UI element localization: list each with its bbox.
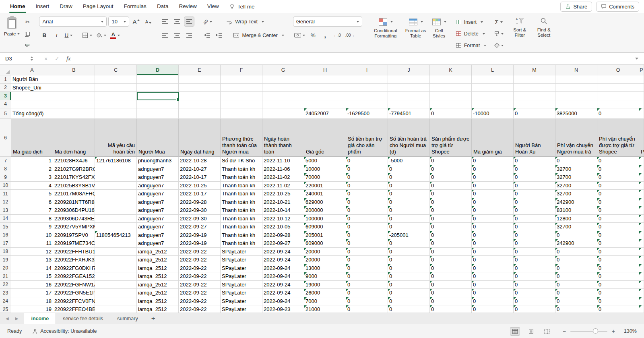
name-box-stepper[interactable]	[31, 56, 33, 61]
cell-H8[interactable]: 10000	[304, 165, 346, 174]
cell-O24[interactable]: 0	[597, 297, 639, 306]
cell-L16[interactable]: 0	[472, 231, 514, 240]
increase-font-size-button[interactable]: A	[131, 17, 141, 27]
cell-E2[interactable]	[179, 84, 221, 92]
zoom-out-button[interactable]: −	[563, 328, 566, 334]
insert-function-button[interactable]: fx	[66, 55, 70, 62]
cell-E18[interactable]: 2022-09-22	[179, 248, 221, 256]
cell-H24[interactable]: 7000	[304, 297, 346, 306]
cell-P20[interactable]	[639, 264, 644, 273]
cell-C12[interactable]	[95, 198, 137, 207]
row-header-4[interactable]: 4	[0, 100, 11, 109]
column-header-J[interactable]: J	[388, 65, 430, 75]
cell-L24[interactable]: 0	[472, 297, 514, 306]
cell-K17[interactable]: 0	[430, 239, 472, 248]
cell-I13[interactable]: 0	[346, 206, 388, 215]
sheet-tab-income[interactable]: income	[24, 313, 56, 324]
cell-G23[interactable]: 2022-09-24	[262, 289, 304, 297]
cell-O19[interactable]: 0	[597, 256, 639, 264]
cell-G2[interactable]	[262, 84, 304, 92]
orientation-button[interactable]: ab	[202, 17, 213, 27]
cell-styles-button[interactable]: Cell Styles	[429, 16, 449, 39]
cell-M16[interactable]: 0	[514, 231, 555, 240]
cell-K2[interactable]	[430, 84, 472, 92]
row-header-20[interactable]: 20	[0, 264, 11, 273]
cell-I14[interactable]: 0	[346, 215, 388, 223]
cell-M12[interactable]: 0	[514, 198, 555, 207]
cell-A25[interactable]: 19	[11, 305, 53, 313]
zoom-slider[interactable]	[570, 331, 607, 332]
cell-L23[interactable]: 0	[472, 289, 514, 297]
cell-D23[interactable]: iamqa_2512	[137, 289, 179, 297]
cell-A15[interactable]: 9	[11, 223, 53, 231]
cell-C20[interactable]	[95, 264, 137, 273]
cell-J10[interactable]: 0	[388, 182, 430, 190]
cell-G3[interactable]	[262, 92, 304, 100]
cell-K12[interactable]: 0	[430, 198, 472, 207]
cell-N1[interactable]	[555, 75, 597, 84]
cell-D11[interactable]: adnguyen7	[137, 190, 179, 198]
cell-J18[interactable]: 0	[388, 248, 430, 256]
cell-J2[interactable]	[388, 84, 430, 92]
cell-J25[interactable]: 0	[388, 305, 430, 313]
cell-C14[interactable]	[95, 215, 137, 223]
cell-I6[interactable]: Số tiền bạn trợ giá cho sản phẩm	[346, 119, 388, 157]
cell-D4[interactable]	[137, 100, 179, 109]
cell-F5[interactable]	[221, 108, 262, 119]
cell-K24[interactable]: 0	[430, 297, 472, 306]
cell-D24[interactable]: iamqa_2512	[137, 297, 179, 306]
cell-K3[interactable]	[430, 92, 472, 100]
cell-F13[interactable]: Thanh toán kh	[221, 206, 262, 215]
cell-I16[interactable]: 0	[346, 231, 388, 240]
cell-H18[interactable]: 20000	[304, 248, 346, 256]
cell-B17[interactable]: 2209197ME734CM	[53, 239, 95, 248]
cell-G24[interactable]: 2022-09-24	[262, 297, 304, 306]
cell-L11[interactable]: 0	[472, 190, 514, 198]
cell-D2[interactable]	[137, 84, 179, 92]
row-header-14[interactable]: 14	[0, 215, 11, 223]
cell-L5[interactable]: -10000	[472, 108, 514, 119]
zoom-in-button[interactable]: +	[612, 328, 615, 334]
cell-J5[interactable]: -7794501	[388, 108, 430, 119]
cell-I24[interactable]: 0	[346, 297, 388, 306]
align-center-button[interactable]	[172, 30, 182, 40]
cell-O18[interactable]: 0	[597, 248, 639, 256]
align-bottom-button[interactable]	[184, 17, 194, 27]
zoom-slider-thumb[interactable]	[593, 328, 598, 334]
cell-N7[interactable]: 0	[555, 157, 597, 165]
cell-F24[interactable]: SPayLater	[221, 297, 262, 306]
align-middle-button[interactable]	[172, 17, 182, 27]
cell-J12[interactable]: 0	[388, 198, 430, 207]
row-header-5[interactable]: 5	[0, 108, 11, 119]
cell-C17[interactable]	[95, 239, 137, 248]
cell-I21[interactable]: 0	[346, 272, 388, 281]
cell-P17[interactable]	[639, 239, 644, 248]
cell-O1[interactable]	[597, 75, 639, 84]
cell-E25[interactable]: 2022-09-22	[179, 305, 221, 313]
cell-B8[interactable]: 221027G9R2BRGM	[53, 165, 95, 174]
cell-C16[interactable]: 118054654213	[95, 231, 137, 240]
next-sheet-button[interactable]: ▶	[15, 316, 19, 321]
cell-K15[interactable]: 0	[430, 223, 472, 231]
cell-H23[interactable]: 26000	[304, 289, 346, 297]
cell-E1[interactable]	[179, 75, 221, 84]
tab-insert[interactable]: Insert	[31, 0, 55, 13]
cell-L13[interactable]: 0	[472, 206, 514, 215]
align-top-button[interactable]	[160, 17, 170, 27]
cell-P7[interactable]	[639, 157, 644, 165]
cell-D25[interactable]: iamqa_2512	[137, 305, 179, 313]
share-button[interactable]: Share	[560, 2, 592, 12]
cell-I15[interactable]: 0	[346, 223, 388, 231]
cell-P12[interactable]	[639, 198, 644, 207]
cell-G10[interactable]: 2022-11-02	[262, 182, 304, 190]
increase-decimal-button[interactable]: ←.0	[332, 30, 343, 40]
cell-N5[interactable]: 3825000	[555, 108, 597, 119]
cell-B6[interactable]: Mã đơn hàng	[53, 119, 95, 157]
cell-I22[interactable]: 0	[346, 281, 388, 289]
row-header-18[interactable]: 18	[0, 248, 11, 256]
column-header-K[interactable]: K	[430, 65, 472, 75]
cell-P13[interactable]	[639, 206, 644, 215]
cell-A13[interactable]: 7	[11, 206, 53, 215]
cell-J19[interactable]: 0	[388, 256, 430, 264]
cell-G8[interactable]: 2022-11-06	[262, 165, 304, 174]
